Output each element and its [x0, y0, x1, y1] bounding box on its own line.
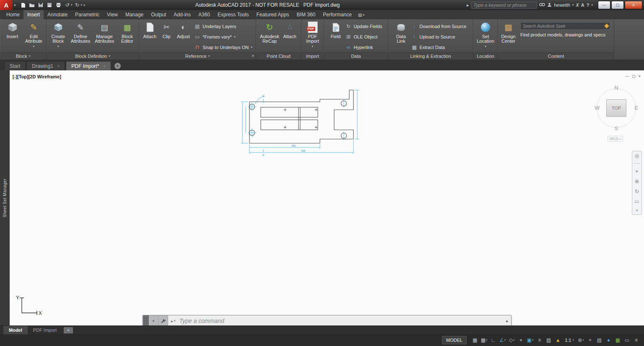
customization-menu-button[interactable]: ≡ [632, 336, 641, 344]
polar-dropdown-icon[interactable]: ▾ [504, 338, 506, 342]
open-file-button[interactable] [28, 1, 36, 9]
redo-button[interactable]: ↻ [73, 1, 81, 9]
file-tab-start[interactable]: Start [4, 61, 26, 70]
set-location-button[interactable]: Set Location ▾ [475, 20, 496, 49]
attach-point-cloud-button[interactable]: ∴ Attach [281, 20, 299, 39]
scale-dropdown-icon[interactable]: ▾ [572, 338, 574, 342]
command-line-close-button[interactable]: × [149, 315, 158, 325]
undo-dropdown-icon[interactable]: ▾ [71, 3, 73, 7]
autodesk-exchange-icon[interactable]: A [581, 3, 584, 8]
snap-underlays-dropdown-icon[interactable]: ▾ [251, 46, 252, 49]
help-dropdown-icon[interactable]: ▾ [591, 3, 593, 7]
new-drawing-tab-button[interactable]: + [114, 63, 121, 69]
command-line[interactable]: × ▸▾ ▲ [143, 315, 512, 325]
ole-object-button[interactable]: ⊞ OLE Object [344, 31, 384, 42]
snap-to-underlays-button[interactable]: ⊓ Snap to Underlays ON ▾ [192, 42, 254, 52]
isodraft-dropdown-icon[interactable]: ▾ [513, 338, 515, 342]
viewcube-top-face[interactable]: TOP [606, 99, 626, 117]
clip-button[interactable]: ✂ Clip [159, 20, 174, 39]
create-block-button[interactable]: Create Block ▾ [48, 20, 68, 49]
graphics-performance-button[interactable]: ● [604, 336, 613, 344]
update-fields-button[interactable]: ↻ Update Fields [344, 21, 384, 31]
new-layout-button[interactable]: + [64, 327, 73, 333]
layout-tab-pdf-import[interactable]: PDF Import [28, 326, 62, 334]
annotation-visibility-toggle[interactable]: ▲ [553, 336, 562, 344]
panel-footer-location[interactable]: Location [473, 52, 498, 59]
insert-block-button[interactable]: Insert [2, 20, 23, 39]
search-binoculars-icon[interactable] [539, 3, 545, 8]
isometric-drafting-toggle[interactable]: ◇▾ [507, 336, 516, 344]
viewport-controls-label[interactable]: [-][Top][2D Wireframe] [13, 74, 61, 79]
redo-dropdown-icon[interactable]: ▾ [80, 3, 82, 7]
design-center-button[interactable]: ▩ Design Center [499, 20, 517, 44]
hyperlink-button[interactable]: ∞ Hyperlink [344, 42, 384, 52]
set-location-dropdown-icon[interactable]: ▾ [485, 44, 486, 49]
wcs-selector[interactable]: WCS▾ [608, 136, 623, 142]
ribbon-display-toggle[interactable]: ▤▾ [356, 13, 367, 19]
panel-footer-import[interactable]: Import [301, 52, 324, 59]
panel-footer-data[interactable]: Data [324, 52, 388, 59]
create-block-dropdown-icon[interactable]: ▾ [57, 44, 59, 49]
command-input-area[interactable]: ▸▾ [168, 315, 503, 325]
panel-expander-icon[interactable]: » [252, 53, 254, 58]
panel-footer-reference[interactable]: Reference▾» [139, 52, 256, 59]
upload-to-source-button[interactable]: ↑ Upload to Source [410, 31, 468, 42]
ribbon-tab-annotate[interactable]: Annotate [44, 10, 71, 19]
qat-customize-icon[interactable]: ▾ [83, 3, 85, 7]
viewcube-west[interactable]: W [595, 105, 600, 111]
lineweight-toggle[interactable]: ≡ [535, 336, 544, 344]
panel-footer-point-cloud[interactable]: Point Cloud [256, 52, 301, 59]
manage-attributes-button[interactable]: ▤ Manage Attributes [93, 20, 117, 44]
viewport-minimize-icon[interactable]: — [625, 74, 629, 78]
define-attributes-button[interactable]: ✎ Define Attributes [69, 20, 92, 44]
panel-footer-content[interactable]: Content [498, 52, 614, 59]
viewcube[interactable]: N W E S TOP [593, 83, 640, 132]
data-link-button[interactable]: Data Link [393, 20, 409, 44]
close-window-button[interactable]: × [625, 1, 642, 9]
frames-dropdown-icon[interactable]: ▾ [234, 35, 236, 39]
transparency-toggle[interactable]: ▨ [544, 336, 553, 344]
snap-mode-toggle[interactable]: ▦▾ [480, 336, 488, 344]
viewcube-east[interactable]: E [634, 105, 638, 111]
viewport-restore-icon[interactable]: ▢ [632, 74, 636, 78]
ribbon-tab-performance[interactable]: Performance [319, 10, 356, 19]
snap-dropdown-icon[interactable]: ▾ [486, 338, 488, 342]
plot-button[interactable] [54, 1, 63, 9]
new-file-button[interactable] [19, 1, 28, 9]
model-space-button[interactable]: MODEL [442, 336, 467, 344]
command-line-customize-button[interactable] [158, 315, 168, 325]
panel-footer-block-definition[interactable]: Block Definition▾ [47, 52, 139, 59]
polar-tracking-toggle[interactable]: ∠▾ [498, 336, 507, 344]
file-tab-drawing1[interactable]: Drawing1× [26, 61, 65, 70]
restore-window-button[interactable]: ▢ [611, 1, 624, 9]
command-input[interactable] [179, 317, 503, 325]
ribbon-tab-insert[interactable]: Insert [23, 10, 44, 19]
ribbon-tab-express-tools[interactable]: Express Tools [214, 10, 252, 19]
infocenter-search-input[interactable] [471, 2, 537, 9]
edit-attribute-button[interactable]: ✎ Edit Attribute ▾ [23, 20, 44, 49]
navigation-wheel-icon[interactable]: ◎ [635, 153, 639, 158]
sync-settings-button[interactable]: ▩ [613, 336, 622, 344]
ribbon-tab-featured-apps[interactable]: Featured Apps [253, 10, 293, 19]
autodesk-recap-button[interactable]: ↻ Autodesk ReCap [259, 20, 280, 44]
save-as-button[interactable] [45, 1, 54, 9]
user-dropdown-icon[interactable]: ▾ [572, 3, 574, 7]
layout-tab-model[interactable]: Model [3, 326, 28, 334]
ribbon-tab-manage[interactable]: Manage [122, 10, 147, 19]
ribbon-tab-bim360[interactable]: BIM 360 [293, 10, 319, 19]
ucs-icon[interactable]: Y X [13, 294, 42, 319]
drawing-canvas[interactable]: Sheet Set Manager [-][Top][2D Wireframe]… [0, 70, 644, 325]
attach-reference-button[interactable]: Attach [141, 20, 158, 39]
a360-icon[interactable]: X [576, 3, 579, 8]
ribbon-tab-view[interactable]: View [103, 10, 122, 19]
command-prompt-icon[interactable]: ▸▾ [171, 319, 176, 323]
close-tab-icon[interactable]: × [57, 64, 60, 68]
ribbon-tab-parametric[interactable]: Parametric [71, 10, 103, 19]
cad-drawing[interactable]: 305 438 Y Y [233, 81, 367, 165]
clean-screen-toggle[interactable]: ▭ [623, 336, 631, 344]
ribbon-tab-a360[interactable]: A360 [195, 10, 214, 19]
command-history-toggle-icon[interactable]: ▲ [503, 315, 511, 325]
viewport-close-icon[interactable]: × [639, 74, 641, 78]
viewcube-south[interactable]: S [615, 125, 618, 132]
ribbon-tab-output[interactable]: Output [147, 10, 170, 19]
